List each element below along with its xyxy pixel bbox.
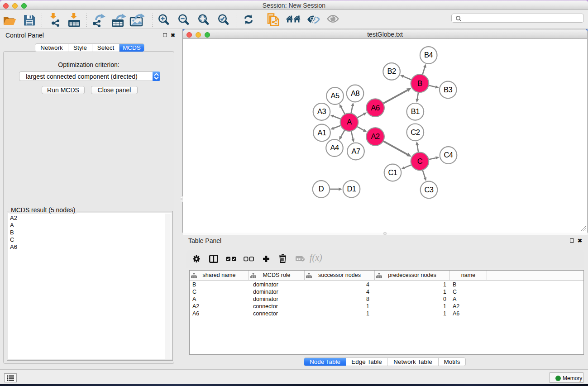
svg-text:C4: C4 <box>444 151 453 159</box>
svg-text:A: A <box>347 118 352 126</box>
svg-text:A3: A3 <box>317 107 326 115</box>
svg-text:A2: A2 <box>371 132 380 140</box>
svg-text:A7: A7 <box>351 147 360 155</box>
svg-text:A5: A5 <box>330 91 339 100</box>
svg-text:D1: D1 <box>347 185 356 193</box>
svg-text:C2: C2 <box>411 128 420 136</box>
svg-text:B1: B1 <box>411 107 420 115</box>
svg-text:D: D <box>319 185 324 193</box>
svg-text:C: C <box>417 157 423 165</box>
svg-text:A8: A8 <box>351 89 360 97</box>
svg-text:C3: C3 <box>424 186 433 194</box>
svg-text:B2: B2 <box>387 67 397 75</box>
svg-text:A4: A4 <box>330 143 339 152</box>
svg-text:C1: C1 <box>388 168 397 176</box>
svg-text:A6: A6 <box>371 104 380 112</box>
svg-text:A1: A1 <box>317 129 326 137</box>
svg-text:B: B <box>417 79 422 87</box>
svg-text:B4: B4 <box>424 51 433 59</box>
svg-text:B3: B3 <box>444 86 453 94</box>
